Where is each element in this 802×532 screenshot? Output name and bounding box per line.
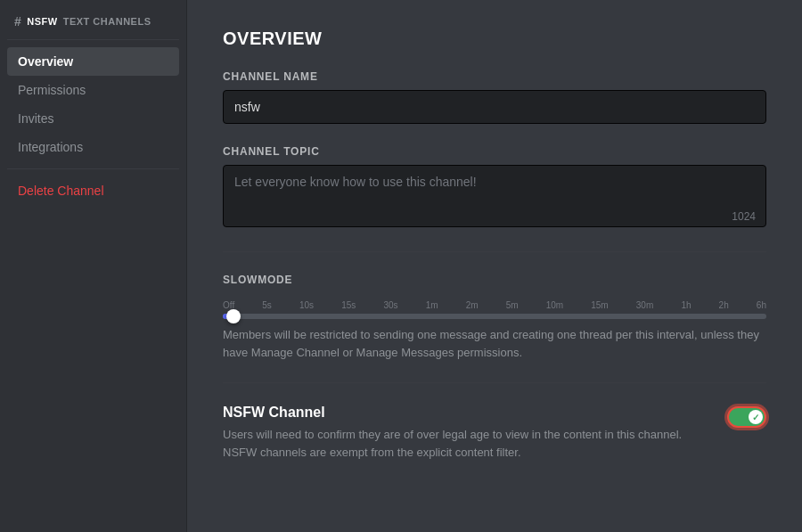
sidebar-item-invites[interactable]: Invites bbox=[7, 104, 179, 133]
nsfw-description: Users will need to confirm they are of o… bbox=[223, 426, 713, 461]
page-title: OVERVIEW bbox=[223, 29, 766, 49]
nsfw-toggle[interactable]: ✓ bbox=[727, 406, 766, 428]
sidebar: # NSFW TEXT CHANNELS Overview Permission… bbox=[0, 0, 187, 532]
slowmode-label: SLOWMODE bbox=[223, 274, 766, 286]
channel-topic-label: CHANNEL TOPIC bbox=[223, 145, 766, 158]
channel-topic-field-group: CHANNEL TOPIC 1024 bbox=[223, 145, 766, 230]
nsfw-row: NSFW Channel Users will need to confirm … bbox=[223, 405, 766, 461]
sidebar-divider bbox=[7, 168, 179, 169]
toggle-knob: ✓ bbox=[749, 410, 763, 424]
sidebar-nav: Overview Permissions Invites Integration… bbox=[7, 47, 179, 205]
sidebar-item-overview[interactable]: Overview bbox=[7, 47, 179, 76]
sidebar-item-delete-channel[interactable]: Delete Channel bbox=[7, 176, 179, 205]
sidebar-channel-type: TEXT CHANNELS bbox=[63, 16, 151, 27]
nsfw-title: NSFW Channel bbox=[223, 405, 713, 421]
channel-name-field-group: CHANNEL NAME bbox=[223, 70, 766, 124]
channel-topic-wrapper: 1024 bbox=[223, 165, 766, 230]
channel-name-input[interactable] bbox=[223, 90, 766, 124]
channel-topic-input[interactable] bbox=[223, 165, 766, 227]
divider-2 bbox=[223, 382, 766, 383]
slowmode-field-group: SLOWMODE Off 5s 10s 15s 30s 1m 2m 5m 10m… bbox=[223, 274, 766, 361]
toggle-check-icon: ✓ bbox=[752, 413, 759, 422]
channel-name-label: CHANNEL NAME bbox=[223, 70, 766, 83]
nsfw-text: NSFW Channel Users will need to confirm … bbox=[223, 405, 713, 461]
sidebar-item-permissions[interactable]: Permissions bbox=[7, 76, 179, 104]
main-content: OVERVIEW CHANNEL NAME CHANNEL TOPIC 1024… bbox=[187, 0, 802, 532]
divider-1 bbox=[223, 251, 766, 252]
hash-icon: # bbox=[14, 14, 21, 29]
slowmode-description: Members will be restricted to sending on… bbox=[223, 326, 766, 361]
nsfw-section: NSFW Channel Users will need to confirm … bbox=[223, 405, 766, 461]
sidebar-header: # NSFW TEXT CHANNELS bbox=[7, 14, 179, 40]
sidebar-channel-name: NSFW bbox=[27, 16, 57, 27]
nsfw-toggle-wrapper: ✓ bbox=[727, 406, 766, 428]
sidebar-item-integrations[interactable]: Integrations bbox=[7, 133, 179, 161]
char-count: 1024 bbox=[732, 210, 756, 223]
